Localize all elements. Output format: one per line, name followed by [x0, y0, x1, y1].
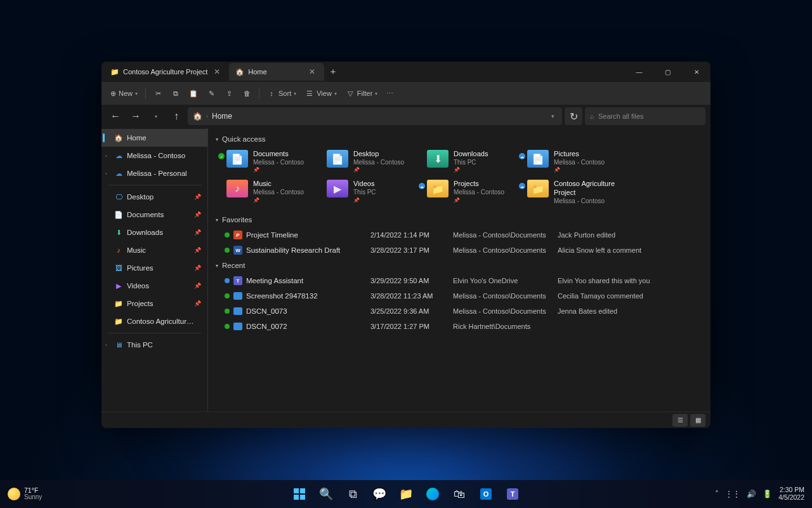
delete-button[interactable]: 🗑 — [239, 86, 255, 100]
file-explorer-button[interactable]: 📁 — [394, 482, 418, 506]
file-row[interactable]: WSustainability Research Draft3/28/2022 … — [216, 243, 703, 258]
rename-button[interactable]: ✎ — [203, 86, 219, 100]
quick-access-item[interactable]: ☁📄PicturesMelissa - Contoso📌 — [525, 148, 620, 175]
search-box[interactable]: ⌕ — [585, 107, 705, 125]
file-row[interactable]: TMeeting Assistant3/29/2022 9:50 AMElvin… — [216, 273, 703, 288]
quick-access-item[interactable]: ⬇DownloadsThis PC📌 — [425, 148, 520, 175]
chevron-down-icon: ▾ — [216, 263, 218, 269]
search-button[interactable]: 🔍 — [314, 482, 338, 506]
outlook-button[interactable]: O — [474, 482, 498, 506]
close-tab-icon[interactable]: ✕ — [211, 66, 223, 77]
forward-button[interactable]: → — [127, 107, 145, 125]
weather-widget[interactable]: 71°F Sunny — [8, 487, 42, 501]
quick-access-item[interactable]: 📄DesktopMelissa - Contoso📌 — [325, 148, 420, 175]
section-recent[interactable]: ▾ Recent — [216, 258, 703, 273]
close-tab-icon[interactable]: ✕ — [306, 66, 318, 77]
up-button[interactable]: ↑ — [167, 107, 185, 125]
close-button[interactable]: ✕ — [682, 62, 710, 82]
minimize-button[interactable]: ― — [625, 62, 653, 82]
file-date: 3/25/2022 9:36 AM — [370, 307, 453, 315]
sidebar-item-projects[interactable]: 📁Projects📌 — [102, 295, 207, 312]
quick-access-item[interactable]: ▶VideosThis PC📌 — [325, 178, 420, 207]
recent-locations-button[interactable]: ▾ — [147, 107, 165, 125]
edge-button[interactable] — [421, 482, 445, 506]
item-location: Melissa - Contoso — [454, 189, 504, 197]
file-activity: Elvin Yoo shared this with you — [558, 277, 703, 284]
teams-button[interactable]: T — [501, 482, 525, 506]
plus-circle-icon: ⊕ — [110, 90, 116, 98]
search-input[interactable] — [598, 112, 700, 120]
chevron-down-icon: ▾ — [216, 217, 218, 223]
sidebar-item-pictures[interactable]: 🖼Pictures📌 — [102, 259, 207, 277]
cut-button[interactable]: ✂ — [150, 86, 166, 100]
file-type-icon — [233, 291, 242, 300]
share-button[interactable]: ⇪ — [221, 86, 237, 100]
wifi-icon[interactable]: ⋮⋮ — [725, 490, 740, 498]
new-tab-button[interactable]: ＋ — [324, 63, 342, 81]
section-quick-access[interactable]: ▾ Quick access — [216, 131, 703, 147]
address-dropdown[interactable]: ▾ — [549, 110, 557, 122]
thumbnails-view-button[interactable]: ▦ — [690, 414, 705, 427]
file-row[interactable]: PProject Timeline2/14/2022 1:14 PMMeliss… — [216, 227, 703, 243]
content-pane: ▾ Quick access ✓📄DocumentsMelissa - Cont… — [208, 128, 710, 411]
chevron-right-icon: › — [206, 113, 208, 119]
sidebar-item-this-pc[interactable]: › 🖥 This PC — [102, 336, 207, 354]
maximize-button[interactable]: ▢ — [653, 62, 682, 82]
volume-icon[interactable]: 🔊 — [747, 490, 756, 498]
sidebar-item-melissa-personal[interactable]: › ☁ Melissa - Personal — [102, 164, 207, 182]
store-button[interactable]: 🛍 — [447, 482, 471, 506]
quick-access-item[interactable]: ☁📁Contoso Agriculture ProjectMelissa - C… — [525, 178, 620, 207]
back-button[interactable]: ← — [107, 107, 124, 125]
sidebar-item-music[interactable]: ♪Music📌 — [102, 241, 207, 259]
sidebar-item-downloads[interactable]: ⬇Downloads📌 — [102, 224, 207, 241]
file-type-icon — [233, 322, 242, 331]
svg-rect-0 — [294, 488, 299, 493]
filter-button[interactable]: ▽ Filter ▾ — [342, 86, 381, 100]
paste-button[interactable]: 📋 — [185, 86, 202, 100]
sidebar-item-melissa-contoso[interactable]: › ☁ Melissa - Contoso — [102, 147, 207, 164]
home-icon: 🏠 — [114, 133, 123, 142]
search-icon: ⌕ — [590, 112, 594, 120]
more-button[interactable]: ⋯ — [383, 87, 397, 100]
file-name: Meeting Assistant — [246, 277, 303, 284]
breadcrumb-current: Home — [212, 112, 232, 121]
sidebar-item-home[interactable]: 🏠 Home — [102, 129, 207, 147]
tab-home[interactable]: 🏠 Home ✕ — [229, 63, 324, 81]
sidebar-item-documents[interactable]: 📄Documents📌 — [102, 206, 207, 224]
file-row[interactable]: Screenshot 294781323/28/2022 11:23 AMMel… — [216, 288, 703, 304]
folder-icon: 📁 — [114, 299, 123, 308]
start-button[interactable] — [287, 482, 311, 506]
item-location: Melissa - Contoso — [353, 159, 404, 167]
details-view-button[interactable]: ☰ — [672, 414, 688, 427]
chevron-right-icon[interactable]: › — [105, 171, 107, 177]
sort-button[interactable]: ↕ Sort ▾ — [263, 86, 300, 100]
section-favorites[interactable]: ▾ Favorites — [216, 212, 703, 227]
quick-access-item[interactable]: ☁📁ProjectsMelissa - Contoso📌 — [425, 178, 520, 207]
view-button[interactable]: ☰ View ▾ — [301, 86, 341, 100]
chevron-right-icon[interactable]: › — [105, 153, 107, 159]
new-button[interactable]: ⊕ New ▾ — [107, 87, 141, 100]
address-bar[interactable]: 🏠 › Home ▾ — [188, 107, 562, 125]
pin-icon: 📌 — [454, 167, 488, 173]
chevron-right-icon[interactable]: › — [105, 342, 107, 348]
clock[interactable]: 2:30 PM 4/5/2022 — [778, 486, 804, 501]
sidebar-item-videos[interactable]: ▶Videos📌 — [102, 277, 207, 295]
chevron-down-icon: ▾ — [216, 137, 218, 142]
tray-overflow-icon[interactable]: ˄ — [715, 490, 719, 498]
tab-contoso-project[interactable]: 📁 Contoso Agriculture Project ✕ — [104, 63, 229, 81]
quick-access-item[interactable]: ♪MusicMelissa - Contoso📌 — [225, 178, 320, 207]
file-activity: Alicia Snow left a comment — [558, 246, 703, 254]
task-view-button[interactable]: ⧉ — [341, 482, 365, 506]
file-name: Sustainability Research Draft — [246, 246, 340, 254]
sidebar-item-contoso-project[interactable]: 📁Contoso Agriculture Project — [102, 312, 207, 330]
copy-button[interactable]: ⧉ — [167, 86, 184, 100]
quick-access-item[interactable]: ✓📄DocumentsMelissa - Contoso📌 — [225, 148, 320, 175]
chat-button[interactable]: 💬 — [367, 482, 391, 506]
file-date: 3/28/2022 3:17 PM — [370, 246, 453, 254]
file-row[interactable]: DSCN_00723/17/2022 1:27 PMRick Hartnett\… — [216, 319, 703, 334]
sidebar-item-desktop[interactable]: 🖵Desktop📌 — [102, 188, 207, 206]
taskbar-center: 🔍 ⧉ 💬 📁 🛍 O T — [287, 482, 525, 506]
battery-icon[interactable]: 🔋 — [763, 490, 772, 498]
refresh-button[interactable]: ↻ — [565, 107, 582, 125]
file-row[interactable]: DSCN_00733/25/2022 9:36 AMMelissa - Cont… — [216, 304, 703, 319]
